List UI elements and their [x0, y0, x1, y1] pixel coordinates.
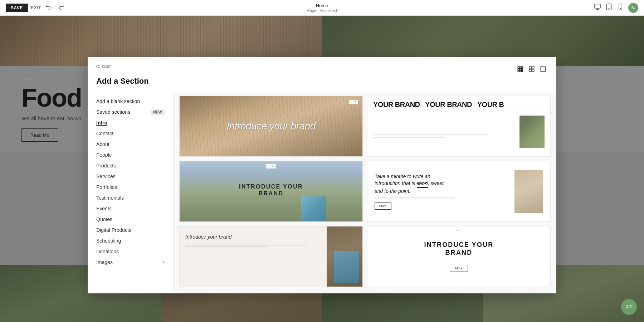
sidebar-item-add-blank[interactable]: Add a blank section: [88, 96, 173, 107]
tpl6-button: More: [450, 265, 468, 272]
svg-rect-7: [518, 67, 519, 68]
tpl4-text-col: Take a minute to write anintroduction th…: [375, 173, 509, 210]
quotes-label: Quotes: [96, 216, 112, 222]
about-label: About: [96, 141, 109, 147]
redo-icon: [58, 5, 64, 11]
intro-label: Intro: [96, 120, 107, 126]
contact-label: Contact: [96, 131, 113, 136]
tpl5-title: Introduce your brand: [185, 234, 321, 240]
tpl5-lines: [185, 244, 321, 247]
single-view-icon: [540, 66, 546, 72]
add-section-modal: CLOSE Add a Section: [88, 57, 556, 293]
single-view-button[interactable]: [538, 64, 548, 74]
svg-rect-12: [522, 69, 523, 70]
template-card-white-intro[interactable]: ⋯ ≡ INTRODUCE YOURBRAND More: [367, 226, 551, 287]
tpl1-intro-text: Introduce your brand: [226, 121, 315, 132]
template-card-mountain-overlay[interactable]: ⋯ ≡ INTRODUCE YOURBRAND: [179, 161, 363, 222]
svg-rect-11: [520, 69, 521, 70]
sidebar-item-digital-products[interactable]: Digital Products: [88, 225, 173, 235]
tpl5-line-2: [185, 245, 307, 245]
toolbar-center: Home Page · Published: [307, 3, 337, 13]
portfolios-label: Portfolios: [96, 184, 117, 190]
sidebar-item-quotes[interactable]: Quotes: [88, 214, 173, 225]
svg-rect-8: [520, 67, 521, 68]
tpl2-marquee-text: YOUR BRAND YOUR BRAND YOUR B: [367, 96, 550, 112]
products-label: Products: [96, 163, 116, 169]
template-card-text-left-img-right[interactable]: Introduce your brand: [179, 226, 363, 287]
tpl5-line-1: [185, 244, 307, 244]
redo-button[interactable]: [56, 3, 65, 13]
tpl2-text-col: [373, 116, 516, 153]
svg-rect-18: [529, 69, 531, 72]
sidebar-item-scheduling[interactable]: Scheduling: [88, 235, 173, 246]
toolbar-right: ✎: [594, 3, 638, 13]
grid-2-icon: [528, 66, 535, 72]
svg-rect-14: [520, 70, 521, 72]
donations-label: Donations: [96, 249, 119, 254]
tpl6-nav: ⋯ ≡: [456, 229, 461, 232]
sidebar-item-saved-sections[interactable]: Saved sections NEW: [88, 107, 173, 117]
tpl6-title: INTRODUCE YOURBRAND: [424, 241, 494, 257]
desktop-view-icon[interactable]: [594, 3, 601, 12]
digital-products-label: Digital Products: [96, 227, 131, 233]
people-label: People: [96, 152, 112, 158]
svg-rect-15: [522, 70, 523, 72]
tpl6-lines: [390, 260, 527, 261]
toolbar: SAVE EXIT Home Page · Published ✎: [0, 0, 644, 16]
page-status: Page · Published: [307, 8, 337, 13]
svg-rect-0: [595, 4, 601, 9]
undo-icon: [45, 5, 52, 11]
tpl5-line-3: [185, 247, 267, 247]
modal-title: Add a Section: [88, 74, 556, 92]
tpl4-line-2: [375, 199, 455, 199]
saved-sections-label: Saved sections: [96, 109, 130, 115]
tpl6-line-2: [390, 261, 527, 261]
grid-3-icon: [517, 66, 523, 72]
sidebar-item-contact[interactable]: Contact: [88, 128, 173, 139]
tablet-view-icon[interactable]: [605, 3, 613, 12]
templates-content-area: ⋯ ≡ Introduce your brand YOUR BRAND YOUR…: [174, 92, 556, 293]
sidebar-item-testimonials[interactable]: Testimonials: [88, 192, 173, 203]
sidebar-item-images[interactable]: Images ▾: [88, 257, 173, 268]
svg-rect-19: [532, 69, 534, 72]
sidebar-item-donations[interactable]: Donations: [88, 246, 173, 257]
sidebar-item-portfolios[interactable]: Portfolios: [88, 182, 173, 192]
sidebar-item-services[interactable]: Services: [88, 171, 173, 182]
sidebar-item-events[interactable]: Events: [88, 203, 173, 214]
edit-mode-icon[interactable]: ✎: [628, 3, 638, 13]
sidebar: Add a blank section Saved sections NEW I…: [88, 92, 174, 293]
tpl3-small-image: [301, 196, 326, 221]
sidebar-item-people[interactable]: People: [88, 150, 173, 160]
grid-2-view-button[interactable]: [527, 64, 536, 74]
sidebar-item-products[interactable]: Products: [88, 160, 173, 171]
modal-close-button[interactable]: CLOSE: [96, 64, 111, 69]
tpl3-title-text: INTRODUCE YOURBRAND: [239, 183, 303, 197]
tpl4-headline: Take a minute to write anintroduction th…: [375, 173, 509, 195]
save-button[interactable]: SAVE: [6, 4, 28, 12]
svg-point-6: [620, 8, 621, 9]
testimonials-label: Testimonials: [96, 195, 124, 201]
exit-button[interactable]: EXIT: [31, 5, 41, 10]
page-number-badge[interactable]: 2/2: [621, 299, 637, 315]
templates-grid: ⋯ ≡ Introduce your brand YOUR BRAND YOUR…: [179, 96, 551, 287]
tpl2-body: [367, 112, 550, 156]
template-card-text-image[interactable]: Take a minute to write anintroduction th…: [367, 161, 551, 222]
mobile-view-icon[interactable]: [617, 3, 624, 12]
toolbar-left: SAVE EXIT: [6, 3, 65, 13]
services-label: Services: [96, 174, 116, 179]
undo-button[interactable]: [44, 3, 53, 13]
tpl4-sub-lines: [375, 197, 509, 199]
template-card-hero-wheat[interactable]: ⋯ ≡ Introduce your brand: [179, 96, 363, 157]
svg-rect-9: [522, 67, 523, 68]
template-card-brand-marquee[interactable]: YOUR BRAND YOUR BRAND YOUR B: [367, 96, 551, 157]
sidebar-item-intro[interactable]: Intro: [88, 117, 173, 128]
tpl2-line-3: [373, 137, 445, 138]
grid-3-view-button[interactable]: [516, 64, 525, 74]
tpl6-line-1: [390, 260, 527, 260]
tpl2-image: [519, 116, 545, 148]
sidebar-item-about[interactable]: About: [88, 139, 173, 150]
tpl2-line-2: [373, 134, 487, 135]
svg-point-4: [609, 8, 609, 9]
add-blank-label: Add a blank section: [96, 98, 140, 104]
modal-body: Add a blank section Saved sections NEW I…: [88, 92, 556, 293]
